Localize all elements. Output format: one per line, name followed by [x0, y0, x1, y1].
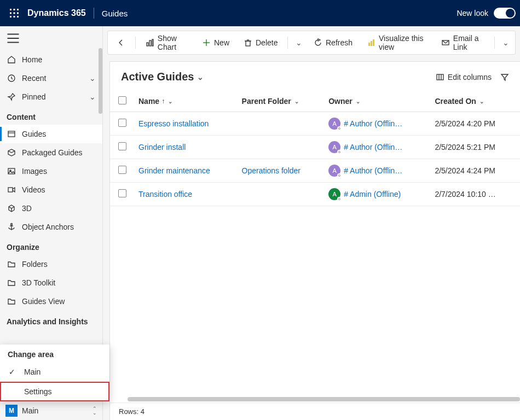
table-row[interactable]: Espresso installationA# Author (Offlin…2…	[110, 112, 520, 136]
video-icon	[7, 185, 16, 195]
change-area-option-main[interactable]: Main	[0, 362, 102, 382]
column-label: Parent Folder	[242, 97, 291, 106]
avatar: A	[328, 188, 340, 200]
view-title-dropdown[interactable]: Active Guides ⌄	[121, 71, 204, 83]
area-picker[interactable]: M Main ⌃⌄	[0, 401, 102, 420]
module-name[interactable]: Guides	[102, 9, 128, 18]
row-checkbox[interactable]	[110, 136, 134, 159]
delete-split-button[interactable]: ⌄	[292, 38, 305, 47]
plus-icon	[202, 38, 211, 47]
back-button[interactable]	[111, 35, 131, 50]
edit-columns-button[interactable]: Edit columns	[436, 73, 492, 81]
delete-button[interactable]: Delete	[238, 35, 283, 50]
show-chart-button[interactable]: Show Chart	[140, 31, 193, 55]
presence-icon	[337, 150, 342, 154]
record-link[interactable]: Grinder maintenance	[138, 166, 210, 175]
pin-icon	[7, 92, 16, 102]
column-header-owner[interactable]: Owner ⌄	[324, 91, 430, 112]
powerbi-icon	[367, 38, 375, 47]
sidebar-item-3d-toolkit[interactable]: 3D Toolkit	[0, 273, 102, 292]
record-link[interactable]: Grinder install	[138, 143, 186, 151]
table-row[interactable]: Grinder maintenanceOperations folderA# A…	[110, 159, 520, 183]
owner-link[interactable]: # Author (Offlin…	[344, 143, 402, 151]
avatar: A	[328, 118, 340, 130]
row-checkbox[interactable]	[110, 112, 134, 136]
chevron-down-icon: ⌄	[89, 92, 96, 101]
folder-icon	[7, 278, 16, 288]
email-link-button[interactable]: Email a Link	[436, 31, 490, 55]
mail-icon	[441, 38, 450, 47]
svg-rect-3	[10, 13, 11, 14]
view-title: Active Guides	[121, 71, 194, 83]
svg-rect-22	[149, 40, 151, 46]
presence-icon	[337, 126, 342, 131]
app-name: Dynamics 365	[27, 8, 86, 18]
svg-rect-7	[14, 16, 15, 18]
created-on-cell: 2/5/2024 4:20 PM	[430, 112, 520, 136]
sidebar-item-folders[interactable]: Folders	[0, 255, 102, 273]
owner-link[interactable]: # Author (Offlin…	[344, 119, 402, 128]
sidebar-item-guides-view[interactable]: Guides View	[0, 292, 102, 311]
svg-rect-13	[8, 131, 15, 137]
row-checkbox[interactable]	[110, 183, 134, 206]
sidebar-item-guides[interactable]: Guides	[0, 125, 102, 143]
chevron-down-icon: ⌄	[89, 74, 96, 83]
sidebar-item-images[interactable]: Images	[0, 162, 102, 180]
cmd-label: New	[214, 38, 229, 47]
parent-folder-link[interactable]: Operations folder	[242, 166, 301, 175]
column-header-name[interactable]: Name ↑ ⌄	[134, 91, 238, 112]
sidebar-item-label: Home	[22, 55, 42, 64]
sidebar-item-videos[interactable]: Videos	[0, 180, 102, 199]
svg-rect-33	[437, 74, 443, 80]
select-all-column[interactable]	[110, 91, 134, 112]
image-icon	[7, 166, 16, 176]
owner-link[interactable]: # Author (Offlin…	[344, 166, 402, 175]
folder-icon	[7, 296, 16, 306]
sidebar-item-pinned[interactable]: Pinned ⌄	[0, 88, 102, 106]
svg-rect-8	[17, 16, 19, 18]
sidebar-item-label: 3D	[22, 204, 32, 213]
avatar: A	[328, 141, 340, 153]
clock-icon	[7, 73, 16, 83]
area-picker-badge: M	[5, 405, 18, 417]
svg-rect-30	[371, 41, 372, 46]
package-icon	[7, 148, 16, 158]
table-row[interactable]: Transition officeA# Admin (Offline)2/7/2…	[110, 183, 520, 206]
sidebar-item-label: Videos	[22, 185, 45, 194]
sidebar-item-home[interactable]: Home	[0, 50, 102, 69]
new-button[interactable]: New	[197, 35, 235, 50]
record-link[interactable]: Transition office	[138, 190, 192, 199]
sidebar-item-label: Recent	[22, 74, 46, 83]
top-bar: Dynamics 365 Guides New look	[0, 0, 520, 26]
checkbox-icon	[118, 189, 126, 197]
sidebar-item-label: Object Anchors	[22, 223, 74, 231]
column-header-parent-folder[interactable]: Parent Folder ⌄	[238, 91, 325, 112]
record-link[interactable]: Espresso installation	[138, 119, 209, 128]
svg-rect-23	[152, 39, 153, 46]
svg-point-18	[11, 224, 13, 225]
cmd-label: Visualize this view	[379, 34, 427, 51]
refresh-button[interactable]: Refresh	[308, 35, 358, 50]
email-link-split-button[interactable]: ⌄	[499, 38, 512, 47]
svg-rect-1	[14, 9, 15, 10]
sidebar-item-label: Guides	[22, 130, 46, 138]
change-area-option-settings[interactable]: Settings	[0, 382, 102, 401]
sidebar-item-label: Folders	[22, 260, 48, 269]
topbar-divider	[94, 8, 94, 19]
owner-link[interactable]: # Admin (Offline)	[344, 190, 401, 199]
table-row[interactable]: Grinder installA# Author (Offlin…2/5/202…	[110, 136, 520, 159]
horizontal-scrollbar[interactable]	[110, 396, 520, 402]
column-header-created-on[interactable]: Created On ⌄	[430, 91, 520, 112]
sidebar-item-object-anchors[interactable]: Object Anchors	[0, 218, 102, 236]
filter-button[interactable]	[500, 73, 509, 81]
sidebar-item-recent[interactable]: Recent ⌄	[0, 69, 102, 88]
grid-scroll[interactable]: Name ↑ ⌄ Parent Folder ⌄	[110, 91, 520, 396]
visualize-button[interactable]: Visualize this view	[361, 31, 432, 55]
filter-icon	[500, 73, 509, 81]
row-checkbox[interactable]	[110, 159, 134, 183]
new-look-toggle[interactable]	[494, 8, 516, 19]
app-launcher-button[interactable]	[4, 3, 24, 23]
sidebar-item-3d[interactable]: 3D	[0, 199, 102, 218]
sidebar-item-packaged-guides[interactable]: Packaged Guides	[0, 143, 102, 162]
collapse-sidebar-button[interactable]	[7, 32, 20, 45]
